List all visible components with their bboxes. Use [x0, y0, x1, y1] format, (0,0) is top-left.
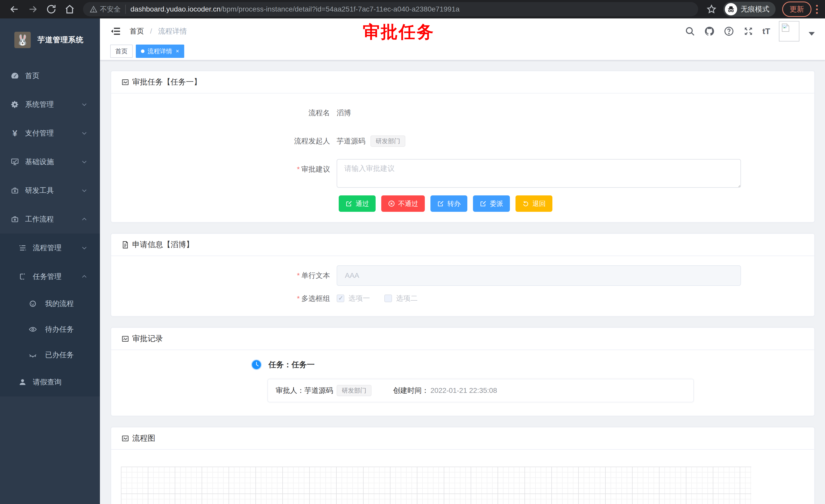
- list-icon: [18, 243, 27, 253]
- sidebar-item-label: 系统管理: [25, 100, 54, 109]
- security-status[interactable]: 不安全: [90, 5, 126, 14]
- help-icon[interactable]: [724, 26, 734, 36]
- sidebar-item-label: 支付管理: [25, 128, 54, 138]
- required-asterisk: *: [297, 295, 300, 303]
- delegate-button[interactable]: 委派: [473, 195, 510, 212]
- edit-icon: [479, 200, 487, 207]
- toolbox-icon: [10, 186, 19, 195]
- chevron-down-icon: [81, 245, 88, 251]
- card-body: 流程名 滔博 流程发起人 芋道源码 研发部门 *审批建议: [111, 93, 814, 222]
- checkbox-option2: 选项二: [384, 293, 418, 303]
- github-icon[interactable]: [704, 26, 715, 36]
- chevron-down-icon: [81, 187, 88, 194]
- checkbox-label: 选项二: [396, 293, 418, 303]
- return-button[interactable]: 退回: [516, 195, 552, 212]
- sidebar-item-label: 请假查询: [33, 377, 62, 387]
- app-frame: 🐰 芋道管理系统 首页 系统管理 ¥ 支付管理 基础设施 研发工具: [0, 18, 825, 504]
- url-domain: dashboard.yudao.iocoder.cn: [130, 5, 221, 13]
- sidebar-item-label: 已办任务: [45, 350, 74, 360]
- sidebar-item-devtools[interactable]: 研发工具: [0, 176, 100, 205]
- bpmn-canvas[interactable]: [121, 467, 751, 504]
- required-asterisk: *: [297, 271, 300, 279]
- checkbox-group: 选项一 选项二: [336, 293, 432, 303]
- sidebar-fold-icon[interactable]: [110, 26, 122, 37]
- card-header: 审批任务【任务一】: [111, 71, 814, 93]
- fontsize-icon[interactable]: tT: [762, 27, 770, 36]
- card-body: *单行文本 *多选框组 选项一 选项二: [111, 256, 814, 316]
- sidebar-item-home[interactable]: 首页: [0, 62, 100, 90]
- fullscreen-icon[interactable]: [743, 26, 754, 36]
- initiator-value: 芋道源码 研发部门: [336, 131, 405, 151]
- sidebar-item-system[interactable]: 系统管理: [0, 90, 100, 119]
- avatar[interactable]: [779, 21, 799, 41]
- close-icon[interactable]: ×: [176, 48, 179, 55]
- sidebar-item-process-mgmt[interactable]: 流程管理: [0, 234, 100, 262]
- sidebar-item-pay[interactable]: ¥ 支付管理: [0, 119, 100, 148]
- form-row-initiator: 流程发起人 芋道源码 研发部门: [122, 131, 804, 151]
- home-icon[interactable]: [64, 4, 75, 15]
- briefcase-icon: [10, 215, 19, 224]
- sidebar-item-my-process[interactable]: 我的流程: [0, 291, 100, 317]
- approve-task-card: 审批任务【任务一】 流程名 滔博 流程发起人 芋道源码 研发部门: [111, 71, 815, 223]
- app-title: 芋道管理系统: [38, 35, 83, 45]
- forward-icon[interactable]: [27, 4, 39, 15]
- not-secure-label: 不安全: [100, 5, 121, 14]
- browser-menu-icon[interactable]: [816, 5, 818, 14]
- not-secure-icon: [90, 5, 97, 13]
- sidebar-item-workflow[interactable]: 工作流程: [0, 205, 100, 234]
- header-actions: tT: [685, 21, 815, 41]
- single-line-input: [336, 265, 741, 286]
- card-title: 申请信息【滔博】: [132, 240, 194, 250]
- back-icon[interactable]: [9, 4, 20, 15]
- chevron-down-icon[interactable]: [809, 32, 815, 35]
- edit-icon: [346, 200, 353, 207]
- chevron-down-icon: [81, 159, 88, 165]
- reject-button[interactable]: 不通过: [381, 195, 425, 212]
- create-time-value: 2022-01-21 22:35:08: [431, 387, 497, 395]
- sidebar-item-infra[interactable]: 基础设施: [0, 148, 100, 176]
- sidebar-item-label: 工作流程: [25, 215, 54, 224]
- search-icon[interactable]: [685, 26, 695, 36]
- chevron-up-icon: [81, 273, 88, 280]
- app-logo-row[interactable]: 🐰 芋道管理系统: [0, 18, 100, 62]
- sidebar-item-label: 待办任务: [45, 325, 74, 334]
- update-button[interactable]: 更新: [782, 2, 811, 17]
- monitor-icon: [10, 157, 19, 166]
- sidebar-item-task-mgmt[interactable]: 任务管理: [0, 262, 100, 291]
- url-bar[interactable]: 不安全 dashboard.yudao.iocoder.cn/bpm/proce…: [83, 2, 698, 16]
- card-title: 审批任务【任务一】: [132, 77, 201, 87]
- url-path: /bpm/process-instance/detail?id=54aa251f…: [221, 5, 460, 13]
- yen-icon: ¥: [10, 129, 19, 138]
- breadcrumb-home[interactable]: 首页: [130, 27, 144, 35]
- approval-timeline: 任务：任务一 审批人：芋道源码 研发部门 创建时间： 2022-01-21 22…: [251, 359, 804, 402]
- chevron-up-icon: [81, 216, 88, 223]
- breadcrumb: 首页 / 流程详情: [130, 26, 187, 36]
- url-text[interactable]: dashboard.yudao.iocoder.cn/bpm/process-i…: [130, 5, 460, 13]
- tab-home[interactable]: 首页: [110, 45, 133, 58]
- card-body: [111, 450, 814, 504]
- chevron-down-icon: [81, 101, 88, 108]
- comment-textarea[interactable]: [336, 159, 741, 188]
- field-label: *多选框组: [122, 293, 336, 304]
- user-icon: [18, 377, 27, 387]
- timeline-item-head: 任务：任务一: [251, 359, 804, 370]
- bookmark-star-icon[interactable]: [706, 4, 717, 14]
- robot-face-icon: [28, 299, 38, 308]
- sidebar-item-done-tasks[interactable]: 已办任务: [0, 342, 100, 368]
- card-title: 审批记录: [132, 333, 163, 344]
- chevron-down-icon: [81, 130, 88, 137]
- incognito-badge: 无痕模式: [723, 2, 775, 17]
- form-row-checkbox: *多选框组 选项一 选项二: [122, 293, 804, 304]
- approve-button[interactable]: 通过: [339, 195, 376, 212]
- sidebar-item-todo-tasks[interactable]: 待办任务: [0, 317, 100, 342]
- clock-icon: [251, 359, 262, 370]
- tab-process-detail[interactable]: 流程详情 ×: [136, 45, 184, 58]
- initiator-name: 芋道源码: [336, 131, 365, 151]
- sidebar-item-leave-query[interactable]: 请假查询: [0, 368, 100, 397]
- page-content: 审批任务【任务一】 流程名 滔博 流程发起人 芋道源码 研发部门: [100, 61, 825, 504]
- reload-icon[interactable]: [46, 4, 57, 15]
- transfer-button[interactable]: 转办: [431, 195, 467, 212]
- picture-icon: [121, 334, 130, 343]
- sidebar-item-label: 基础设施: [25, 157, 54, 167]
- required-asterisk: *: [297, 165, 300, 173]
